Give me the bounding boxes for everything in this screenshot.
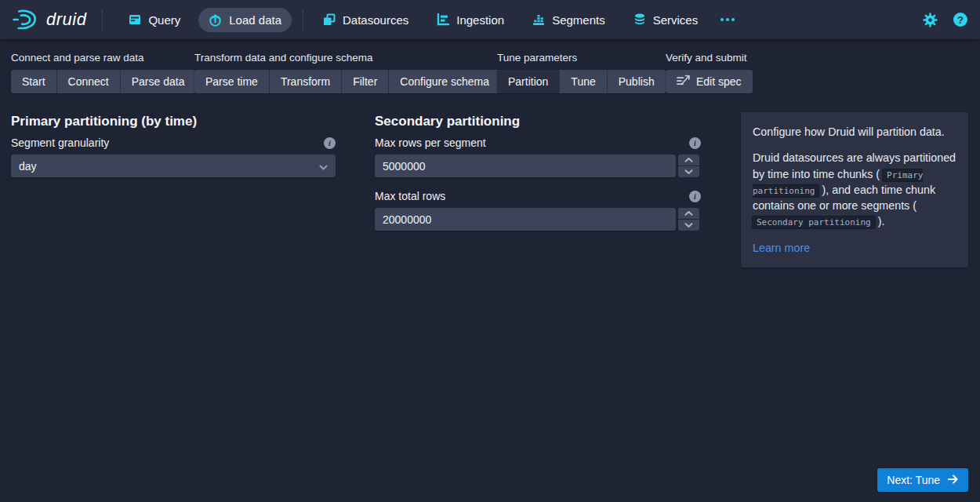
step-button-tune[interactable]: Tune (559, 70, 606, 93)
console-icon (129, 13, 141, 26)
nav-item-label: Query (148, 13, 180, 27)
nav-divider (303, 9, 303, 30)
partition-info-callout: Configure how Druid will partition data.… (741, 112, 968, 267)
primary-partitioning-heading: Primary partitioning (by time) (11, 114, 197, 129)
next-tune-label: Next: Tune (887, 474, 940, 486)
segment-granularity-select[interactable]: day (11, 155, 336, 177)
step-button-configure-schema[interactable]: Configure schema (388, 70, 500, 93)
callout-intro: Configure how Druid will partition data. (753, 124, 956, 140)
nav-item-label: Ingestion (456, 13, 504, 27)
info-icon[interactable]: i (689, 191, 701, 202)
database-icon (633, 13, 646, 26)
step-button-partition[interactable]: Partition (497, 70, 559, 93)
step-group-label: Verify and submit (666, 52, 753, 64)
nav-right-actions: ? (923, 13, 967, 27)
code-chip: Secondary partitioning (753, 216, 875, 228)
nav-items: Query Load data Datasources (118, 8, 739, 32)
brand-name: druid (46, 9, 86, 30)
segment-granularity-value: day (19, 160, 37, 173)
step-group-tune: Tune parameters Partition Tune Publish (497, 52, 666, 93)
gantt-chart-icon (437, 13, 449, 26)
max-rows-per-segment-group: Max rows per segment i (375, 136, 701, 177)
max-total-rows-label: Max total rows (375, 190, 445, 202)
stepper-decrement-button[interactable] (678, 220, 699, 231)
druid-home-link[interactable]: druid (11, 9, 86, 31)
step-group-connect: Connect and parse raw data Start Connect… (11, 52, 195, 93)
step-group-label: Connect and parse raw data (11, 52, 195, 64)
max-total-rows-input[interactable] (375, 208, 676, 231)
learn-more-link[interactable]: Learn more (753, 242, 810, 254)
step-button-publish[interactable]: Publish (607, 70, 666, 93)
step-button-edit-spec[interactable]: Edit spec (666, 70, 753, 93)
max-rows-per-segment-stepper (678, 155, 699, 177)
max-total-rows-stepper (678, 208, 699, 231)
stepper-increment-button[interactable] (678, 155, 699, 166)
nav-item-load-data[interactable]: Load data (198, 8, 292, 32)
info-icon[interactable]: i (324, 137, 336, 149)
settings-gear-icon[interactable] (923, 13, 938, 27)
step-button-filter[interactable]: Filter (341, 70, 388, 93)
secondary-partitioning-heading: Secondary partitioning (375, 114, 520, 129)
nav-item-label: Services (653, 13, 699, 27)
edit-spec-icon (677, 75, 690, 89)
max-total-rows-group: Max total rows i (375, 190, 701, 231)
step-group-label: Tune parameters (497, 52, 666, 64)
step-button-parse-data[interactable]: Parse data (120, 70, 196, 93)
step-group-verify: Verify and submit Edit spec (666, 52, 753, 93)
step-group-transform: Transform data and configure schema Pars… (194, 52, 500, 93)
upload-icon (209, 13, 222, 27)
stepper-decrement-button[interactable] (678, 166, 699, 177)
callout-description: Druid datasources are always partitioned… (753, 150, 956, 229)
max-rows-per-segment-input[interactable] (375, 155, 676, 177)
nav-divider (102, 9, 103, 30)
datasources-icon (323, 13, 336, 26)
step-button-transform[interactable]: Transform (269, 70, 341, 93)
nav-item-datasources[interactable]: Datasources (313, 8, 419, 32)
top-nav-bar: druid Query Load data (0, 0, 980, 39)
chevron-down-icon (319, 159, 328, 173)
next-tune-button[interactable]: Next: Tune (877, 468, 968, 492)
info-icon[interactable]: i (689, 137, 701, 149)
druid-logo-icon (11, 9, 39, 31)
more-menu-icon[interactable] (716, 18, 739, 21)
segments-bar-chart-icon (532, 13, 545, 26)
arrow-right-icon (947, 474, 959, 487)
step-button-connect[interactable]: Connect (56, 70, 120, 93)
help-icon[interactable]: ? (953, 13, 967, 27)
segment-granularity-label: Segment granularity (11, 136, 109, 149)
nav-item-ingestion[interactable]: Ingestion (426, 8, 514, 32)
step-button-parse-time[interactable]: Parse time (194, 70, 269, 93)
nav-item-segments[interactable]: Segments (522, 8, 615, 32)
nav-item-query[interactable]: Query (118, 8, 191, 32)
nav-item-services[interactable]: Services (623, 8, 709, 32)
stepper-increment-button[interactable] (678, 208, 699, 219)
nav-item-label: Load data (229, 13, 281, 27)
step-group-label: Transform data and configure schema (194, 52, 500, 64)
nav-item-label: Datasources (343, 13, 408, 27)
max-rows-per-segment-label: Max rows per segment (375, 136, 486, 149)
step-button-start[interactable]: Start (11, 70, 56, 93)
segment-granularity-group: Segment granularity i day (11, 136, 336, 177)
nav-item-label: Segments (552, 13, 605, 27)
